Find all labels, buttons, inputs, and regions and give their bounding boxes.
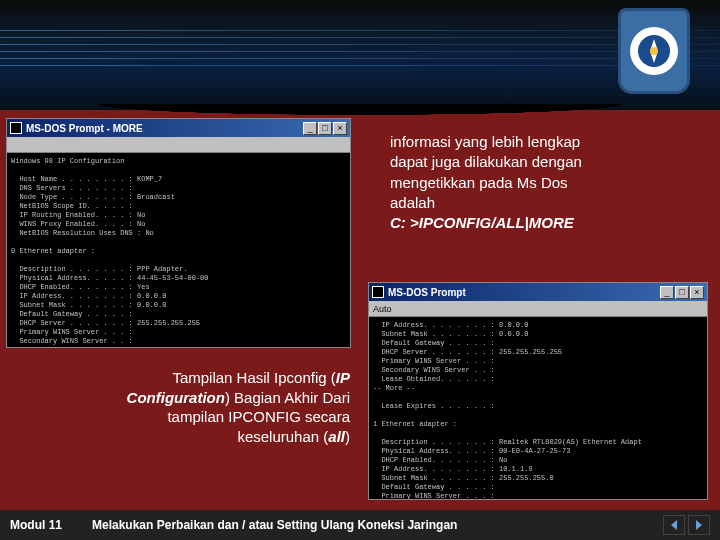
- minimize-button[interactable]: _: [303, 122, 317, 135]
- prev-slide-button[interactable]: [663, 515, 685, 535]
- dos-window-2: MS-DOS Prompt _ □ × Auto IP Address. . .…: [368, 282, 708, 500]
- msdos-icon: [10, 122, 22, 134]
- caption-italic: IP: [336, 369, 350, 386]
- caption-part: keseluruhan (: [237, 428, 328, 445]
- header-decor-lines: [0, 30, 720, 90]
- desc-line: informasi yang lebih lengkap: [390, 132, 680, 152]
- dos1-titlebar: MS-DOS Prompt - MORE _ □ ×: [7, 119, 350, 137]
- header: [0, 0, 720, 110]
- minimize-button[interactable]: _: [660, 286, 674, 299]
- logo-badge: [618, 8, 690, 94]
- maximize-button[interactable]: □: [318, 122, 332, 135]
- footer: Modul 11 Melakukan Perbaikan dan / atau …: [0, 510, 720, 540]
- close-button[interactable]: ×: [333, 122, 347, 135]
- dos2-terminal: IP Address. . . . . . . . : 0.0.0.0 Subn…: [369, 317, 707, 499]
- dos1-toolbar: [7, 137, 350, 153]
- caption-italic: all: [328, 428, 345, 445]
- caption-part: tampilan IPCONFIG secara: [167, 408, 350, 425]
- description-text: informasi yang lebih lengkap dapat juga …: [390, 132, 680, 233]
- dos1-terminal: Windows 98 IP Configuration Host Name . …: [7, 153, 350, 347]
- msdos-icon: [372, 286, 384, 298]
- caption-part: Tampilan Hasil Ipconfig (: [172, 369, 335, 386]
- maximize-button[interactable]: □: [675, 286, 689, 299]
- toolbar-auto-label: Auto: [373, 304, 392, 314]
- dos2-toolbar: Auto: [369, 301, 707, 317]
- dos1-title: MS-DOS Prompt - MORE: [26, 123, 302, 134]
- caption-italic: Configuration: [127, 389, 225, 406]
- module-label: Modul 11: [10, 518, 62, 532]
- desc-line: adalah: [390, 193, 680, 213]
- command-text: C: >IPCONFIG/ALL|MORE: [390, 213, 680, 233]
- desc-line: mengetikkan pada Ms Dos: [390, 173, 680, 193]
- svg-point-1: [650, 47, 658, 55]
- tut-wuri-handayani-logo: [630, 27, 678, 75]
- close-button[interactable]: ×: [690, 286, 704, 299]
- dos2-titlebar: MS-DOS Prompt _ □ ×: [369, 283, 707, 301]
- dos-window-1: MS-DOS Prompt - MORE _ □ × Windows 98 IP…: [6, 118, 351, 348]
- caption-text: Tampilan Hasil Ipconfig (IP Configuratio…: [40, 368, 350, 446]
- caption-part: ): [345, 428, 350, 445]
- footer-title: Melakukan Perbaikan dan / atau Setting U…: [92, 518, 457, 532]
- dos2-title: MS-DOS Prompt: [388, 287, 659, 298]
- slide: MS-DOS Prompt - MORE _ □ × Windows 98 IP…: [0, 0, 720, 540]
- caption-part: ) Bagian Akhir Dari: [225, 389, 350, 406]
- next-slide-button[interactable]: [688, 515, 710, 535]
- desc-line: dapat juga dilakukan dengan: [390, 152, 680, 172]
